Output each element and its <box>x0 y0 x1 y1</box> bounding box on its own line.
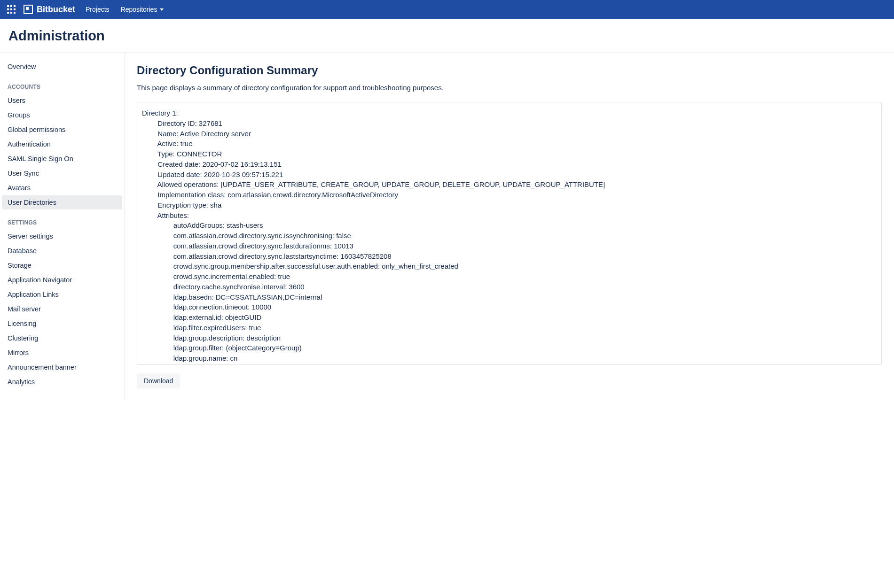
sidebar-item-mirrors[interactable]: Mirrors <box>2 346 122 360</box>
sidebar-item-announcement-banner[interactable]: Announcement banner <box>2 360 122 374</box>
brand-label: Bitbucket <box>37 5 75 15</box>
page-title: Administration <box>8 28 886 44</box>
nav-projects[interactable]: Projects <box>86 6 110 13</box>
sidebar-section-settings: Settings <box>2 210 122 229</box>
sidebar-item-server-settings[interactable]: Server settings <box>2 229 122 243</box>
content-heading: Directory Configuration Summary <box>137 64 882 77</box>
directory-summary-box[interactable]: Directory 1: Directory ID: 327681 Name: … <box>137 102 882 365</box>
sidebar-item-overview[interactable]: Overview <box>2 60 122 74</box>
sidebar-item-global-permissions[interactable]: Global permissions <box>2 123 122 137</box>
nav-repositories[interactable]: Repositories <box>121 6 164 13</box>
app-switcher-icon[interactable] <box>6 4 17 15</box>
layout: Overview Accounts Users Groups Global pe… <box>0 53 894 401</box>
page-header: Administration <box>0 19 894 53</box>
nav-repositories-label: Repositories <box>121 6 157 13</box>
sidebar-item-avatars[interactable]: Avatars <box>2 181 122 195</box>
brand-logo[interactable]: Bitbucket <box>24 5 75 15</box>
sidebar-item-storage[interactable]: Storage <box>2 258 122 272</box>
sidebar-item-groups[interactable]: Groups <box>2 108 122 122</box>
sidebar-item-analytics[interactable]: Analytics <box>2 375 122 389</box>
download-button[interactable]: Download <box>137 373 180 388</box>
sidebar-item-licensing[interactable]: Licensing <box>2 317 122 331</box>
sidebar-item-clustering[interactable]: Clustering <box>2 331 122 345</box>
sidebar-item-application-links[interactable]: Application Links <box>2 287 122 302</box>
sidebar-item-users[interactable]: Users <box>2 93 122 108</box>
download-row: Download <box>137 373 882 388</box>
chevron-down-icon <box>160 8 164 11</box>
sidebar-item-authentication[interactable]: Authentication <box>2 137 122 151</box>
sidebar-item-saml[interactable]: SAML Single Sign On <box>2 152 122 166</box>
content-description: This page displays a summary of director… <box>137 84 882 92</box>
sidebar-item-user-directories[interactable]: User Directories <box>2 195 122 209</box>
sidebar-item-mail-server[interactable]: Mail server <box>2 302 122 316</box>
sidebar-item-application-navigator[interactable]: Application Navigator <box>2 273 122 287</box>
top-nav: Bitbucket Projects Repositories <box>0 0 894 19</box>
main-content: Directory Configuration Summary This pag… <box>125 53 894 401</box>
sidebar-section-accounts: Accounts <box>2 74 122 93</box>
sidebar: Overview Accounts Users Groups Global pe… <box>0 53 125 401</box>
sidebar-item-user-sync[interactable]: User Sync <box>2 166 122 180</box>
bitbucket-icon <box>24 5 33 14</box>
sidebar-item-database[interactable]: Database <box>2 244 122 258</box>
